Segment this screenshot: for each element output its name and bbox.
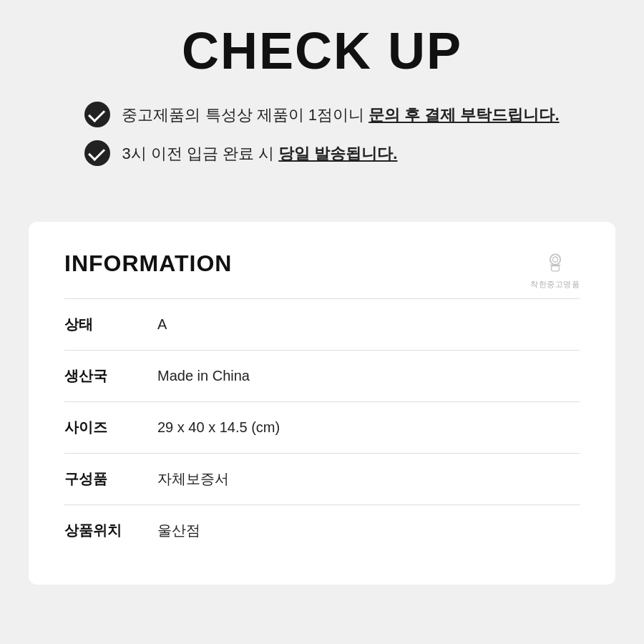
- info-label-components: 구성품: [64, 469, 157, 489]
- svg-point-1: [552, 257, 557, 262]
- brand-logo-icon: [542, 250, 568, 276]
- info-label-status: 상태: [64, 315, 157, 334]
- highlight-text-2: 당일 발송됩니다.: [278, 145, 397, 162]
- brand-text: 착한중고명품: [530, 279, 580, 290]
- info-row-location: 상품위치 울산점: [64, 504, 580, 556]
- info-value-location: 울산점: [157, 521, 200, 540]
- checkmark-icon-1: [84, 102, 110, 127]
- checkmark-icon-2: [84, 140, 110, 166]
- info-value-origin: Made in China: [157, 368, 250, 384]
- info-row-origin: 생산국 Made in China: [64, 350, 580, 401]
- info-row-size: 사이즈 29 x 40 x 14.5 (cm): [64, 401, 580, 453]
- info-label-location: 상품위치: [64, 521, 157, 540]
- info-value-components: 자체보증서: [157, 469, 229, 489]
- header-section: CHECK UP 중고제품의 특성상 제품이 1점이니 문의 후 결제 부탁드립…: [0, 0, 644, 193]
- main-title: CHECK UP: [43, 21, 601, 80]
- info-rows: 상태 A 생산국 Made in China 사이즈 29 x 40 x 14.…: [64, 298, 580, 556]
- info-label-size: 사이즈: [64, 418, 157, 437]
- info-value-status: A: [157, 316, 167, 333]
- info-card: INFORMATION 착한중고명품 상태 A 생산국 Made in Chin…: [29, 222, 615, 585]
- info-label-origin: 생산국: [64, 366, 157, 386]
- divider: [0, 193, 644, 222]
- svg-rect-3: [551, 266, 559, 271]
- info-row-components: 구성품 자체보증서: [64, 453, 580, 504]
- check-text-2: 3시 이전 입금 완료 시 당일 발송됩니다.: [122, 142, 397, 165]
- info-row-status: 상태 A: [64, 298, 580, 350]
- highlight-text-1: 문의 후 결제 부탁드립니다.: [369, 106, 559, 124]
- svg-point-0: [550, 254, 560, 264]
- check-text-1: 중고제품의 특성상 제품이 1점이니 문의 후 결제 부탁드립니다.: [122, 103, 559, 127]
- brand-watermark: 착한중고명품: [530, 250, 580, 290]
- checklist: 중고제품의 특성상 제품이 1점이니 문의 후 결제 부탁드립니다. 3시 이전…: [77, 102, 566, 179]
- info-card-title: INFORMATION: [64, 250, 580, 277]
- check-item-2: 3시 이전 입금 완료 시 당일 발송됩니다.: [84, 140, 559, 166]
- info-value-size: 29 x 40 x 14.5 (cm): [157, 419, 280, 436]
- check-item-1: 중고제품의 특성상 제품이 1점이니 문의 후 결제 부탁드립니다.: [84, 102, 559, 127]
